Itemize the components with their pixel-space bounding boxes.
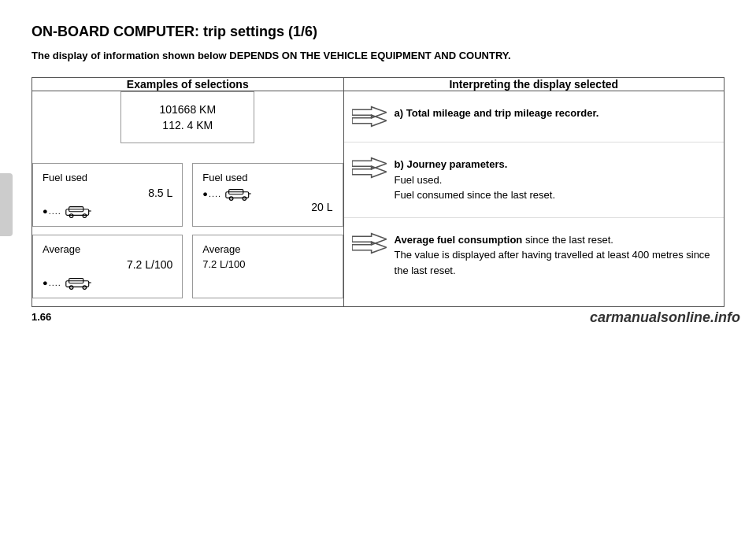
avg-box2-value: 7.2 L/100 xyxy=(202,258,332,270)
avg-box1-indicator: ●.... xyxy=(43,276,172,290)
avg-box-1: Average 7.2 L/100 ●.... xyxy=(32,235,183,298)
arrow-icon-b xyxy=(352,157,387,179)
dot-line-1: ●.... xyxy=(43,206,61,216)
avg-box1-title: Average xyxy=(43,243,172,255)
svg-point-12 xyxy=(69,286,73,290)
header-left: Examples of selections xyxy=(32,78,344,91)
svg-point-3 xyxy=(83,214,87,218)
row-c-line1: The value is displayed after having trav… xyxy=(395,249,710,276)
svg-point-13 xyxy=(83,286,87,290)
fuel-box1-value: 8.5 L xyxy=(43,187,172,199)
page-title: ON-BOARD COMPUTER: trip settings (1/6) xyxy=(32,24,724,40)
svg-point-2 xyxy=(69,214,73,218)
svg-marker-20 xyxy=(352,242,387,253)
average-row: Average 7.2 L/100 ●.... xyxy=(32,235,343,298)
page-subtitle: The display of information shown below D… xyxy=(32,50,724,61)
car-icon-2 xyxy=(223,187,253,201)
fuel-box2-title: Fuel used xyxy=(202,172,332,183)
fuel-box-2: Fuel used ●.... xyxy=(192,163,343,227)
fuel-box2-value: 20 L xyxy=(202,201,332,213)
svg-marker-15 xyxy=(352,107,387,118)
page-footer: 1.66 xyxy=(32,311,51,323)
svg-marker-18 xyxy=(352,166,387,177)
avg-box2-title: Average xyxy=(202,243,332,255)
watermark: carmanualsonline.info xyxy=(590,309,740,326)
svg-marker-19 xyxy=(352,233,387,244)
header-right: Interpreting the display selected xyxy=(343,78,724,91)
row-a-text: a) Total mileage and trip mileage record… xyxy=(395,106,716,121)
row-b: b) Journey parameters. Fuel used. Fuel c… xyxy=(344,143,724,218)
svg-point-8 xyxy=(243,197,246,201)
avg-box1-value: 7.2 L/100 xyxy=(43,258,172,271)
fuel-box1-title: Fuel used xyxy=(43,172,172,183)
row-b-label-bold: b) Journey parameters. xyxy=(395,158,508,170)
dot-line-3: ●.... xyxy=(43,278,61,287)
avg-box-2: Average 7.2 L/100 xyxy=(192,235,343,298)
right-content-cell: a) Total mileage and trip mileage record… xyxy=(343,91,724,307)
row-c: Average fuel consumption since the last … xyxy=(344,218,724,293)
fuel-box-1: Fuel used 8.5 L ●.... xyxy=(32,163,183,227)
mileage-line2: 112. 4 KM xyxy=(137,119,238,131)
row-b-line2: Fuel consumed since the last reset. xyxy=(395,189,556,201)
left-content-cell: 101668 KM 112. 4 KM Fuel used 8.5 L ●...… xyxy=(32,91,344,307)
fuel-box1-indicator: ●.... xyxy=(43,204,172,218)
fuel-row: Fuel used 8.5 L ●.... xyxy=(32,163,343,227)
svg-marker-16 xyxy=(352,115,387,126)
main-table: Examples of selections Interpreting the … xyxy=(32,77,724,307)
svg-marker-17 xyxy=(352,158,387,169)
mileage-box: 101668 KM 112. 4 KM xyxy=(120,91,254,143)
row-c-label-suffix: since the last reset. xyxy=(522,234,613,246)
arrow-icon-c xyxy=(352,232,387,254)
dot-line-2: ●.... xyxy=(202,189,221,198)
row-a: a) Total mileage and trip mileage record… xyxy=(344,91,724,143)
arrow-icon-a xyxy=(352,106,387,128)
row-a-label: a) Total mileage and trip mileage record… xyxy=(395,107,599,119)
fuel-box2-indicator: ●.... xyxy=(202,187,332,201)
row-c-label-bold: Average fuel consumption xyxy=(395,234,523,246)
row-c-text: Average fuel consumption since the last … xyxy=(395,232,716,279)
row-b-line1: Fuel used. xyxy=(395,174,443,186)
car-icon-1 xyxy=(63,204,93,218)
svg-point-7 xyxy=(230,197,234,201)
mileage-line1: 101668 KM xyxy=(137,103,238,116)
row-b-text: b) Journey parameters. Fuel used. Fuel c… xyxy=(395,157,716,203)
car-icon-3 xyxy=(63,276,93,290)
